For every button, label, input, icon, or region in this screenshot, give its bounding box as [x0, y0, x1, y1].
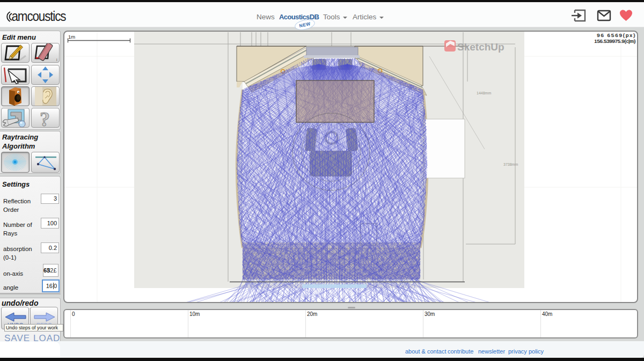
- svg-text:amcoustics: amcoustics: [12, 9, 67, 24]
- svg-text:156.539975.9(c|m): 156.539975.9(c|m): [595, 38, 636, 44]
- svg-text:1448mm: 1448mm: [477, 91, 491, 95]
- svg-text:?: ?: [40, 108, 50, 127]
- svg-text:i: i: [56, 58, 57, 62]
- svg-text:SketchUp: SketchUp: [457, 41, 504, 53]
- svg-text:1m: 1m: [68, 34, 75, 40]
- svg-text:96 6569(px): 96 6569(px): [597, 32, 635, 38]
- svg-text:3738mm: 3738mm: [503, 163, 518, 166]
